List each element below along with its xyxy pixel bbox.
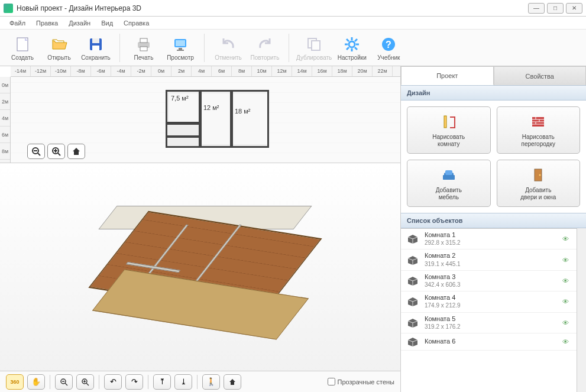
list-item-text: Комната 1292.8 x 315.2: [425, 231, 558, 247]
open-button[interactable]: Открыть: [43, 32, 76, 64]
duplicate-label: Дублировать: [296, 54, 332, 61]
home-2d-button[interactable]: [67, 144, 85, 159]
visibility-icon[interactable]: 👁: [562, 235, 572, 242]
list-item[interactable]: Комната 4174.9 x 212.9 👁: [401, 291, 577, 312]
help-icon: ?: [379, 35, 398, 54]
title-bar: Новый проект - Дизайн Интерьера 3D — □ ✕: [0, 0, 586, 17]
window-title: Новый проект - Дизайн Интерьера 3D: [17, 4, 528, 12]
plan-2d-view[interactable]: -14м-12м-10м-8м-6м-4м-2м0м2м4м6м8м10м12м…: [0, 66, 400, 163]
svg-rect-10: [177, 50, 184, 51]
plan-3d-view[interactable]: 360 ✋ ↶ ↷ ⤒ ⤓ 🚶 Прозрачные стены: [0, 163, 400, 392]
visibility-icon[interactable]: 👁: [562, 277, 572, 284]
svg-point-51: [539, 174, 541, 176]
ruler-horizontal: -14м-12м-10м-8м-6м-4м-2м0м2м4м6м8м10м12м…: [11, 66, 400, 77]
add-furniture-button[interactable]: Добавить мебель: [407, 160, 491, 207]
folder-open-icon: [50, 35, 69, 54]
svg-rect-9: [179, 48, 182, 50]
view-360-button[interactable]: 360: [6, 374, 24, 390]
svg-rect-5: [140, 38, 147, 43]
minimize-button[interactable]: —: [528, 3, 545, 14]
zoom-in-2d-button[interactable]: [47, 144, 65, 159]
svg-rect-38: [444, 116, 446, 128]
add-doors-label: Добавить двери и окна: [520, 187, 556, 201]
room-cube-icon: [406, 233, 420, 245]
visibility-icon[interactable]: 👁: [562, 319, 572, 326]
list-item[interactable]: Комната 3342.4 x 606.3 👁: [401, 271, 577, 291]
room-2d-1[interactable]: 7,5 м²: [169, 93, 199, 122]
svg-rect-12: [312, 41, 320, 50]
preview-label: Просмотр: [167, 54, 194, 61]
svg-line-32: [65, 383, 67, 385]
print-label: Печать: [134, 54, 154, 61]
view-3d-toolbar: 360 ✋ ↶ ↷ ⤒ ⤓ 🚶 Прозрачные стены: [0, 371, 400, 392]
settings-button[interactable]: Настройки: [335, 32, 368, 64]
section-design-header: Дизайн: [401, 85, 586, 101]
list-item-text: Комната 2319.1 x 445.1: [425, 252, 558, 267]
visibility-icon[interactable]: 👁: [562, 338, 572, 345]
tab-properties[interactable]: Свойства: [494, 66, 587, 85]
svg-line-18: [347, 39, 349, 41]
tutorial-button[interactable]: ? Учебник: [372, 32, 405, 64]
rotate-right-button[interactable]: ↷: [125, 374, 143, 390]
room-3d-model[interactable]: [91, 207, 310, 331]
walk-button[interactable]: 🚶: [202, 374, 220, 390]
menu-bar: Файл Правка Дизайн Вид Справка: [0, 17, 586, 30]
list-item[interactable]: Комната 5319.2 x 176.2 👁: [401, 313, 577, 333]
list-item-text: Комната 6: [425, 338, 558, 345]
svg-rect-48: [443, 175, 445, 180]
main-toolbar: Создать Открыть Сохранить Печать Просмот…: [0, 30, 586, 66]
draw-room-button[interactable]: Нарисовать комнату: [407, 106, 491, 154]
menu-file[interactable]: Файл: [5, 18, 30, 28]
undo-button[interactable]: Отменить: [212, 32, 245, 64]
zoom-out-2d-button[interactable]: [27, 144, 45, 159]
tilt-up-button[interactable]: ⤒: [153, 374, 171, 390]
room-2d-2[interactable]: 12 м²: [202, 93, 230, 144]
visibility-icon[interactable]: 👁: [562, 257, 572, 264]
svg-rect-47: [445, 170, 452, 175]
close-button[interactable]: ✕: [566, 3, 582, 14]
duplicate-button[interactable]: Дублировать: [296, 32, 332, 64]
transparent-walls-checkbox[interactable]: Прозрачные стены: [328, 378, 394, 385]
menu-view[interactable]: Вид: [96, 18, 118, 28]
draw-partition-label: Нарисовать перегородку: [522, 134, 555, 148]
preview-button[interactable]: Просмотр: [164, 32, 197, 64]
tab-project[interactable]: Проект: [401, 66, 494, 85]
list-item-text: Комната 5319.2 x 176.2: [425, 315, 558, 331]
draw-partition-button[interactable]: Нарисовать перегородку: [497, 106, 581, 154]
menu-design[interactable]: Дизайн: [64, 18, 95, 28]
save-button[interactable]: Сохранить: [79, 32, 112, 64]
visibility-icon[interactable]: 👁: [562, 298, 572, 305]
side-panel: Проект Свойства Дизайн Нарисовать комнат…: [401, 66, 586, 392]
create-button[interactable]: Создать: [6, 32, 39, 64]
menu-edit[interactable]: Правка: [31, 18, 63, 28]
list-item[interactable]: Комната 2319.1 x 445.1 👁: [401, 250, 577, 270]
redo-button[interactable]: Повторить: [248, 32, 281, 64]
list-item[interactable]: Комната 1292.8 x 315.2 👁: [401, 229, 577, 250]
svg-line-35: [86, 383, 89, 385]
pencil-ruler-icon: [439, 112, 458, 131]
pan-button[interactable]: ✋: [27, 374, 45, 390]
print-button[interactable]: Печать: [127, 32, 160, 64]
transparent-walls-input[interactable]: [328, 378, 335, 385]
open-label: Открыть: [47, 54, 70, 61]
scrollbar[interactable]: [577, 228, 586, 392]
maximize-button[interactable]: □: [547, 3, 564, 14]
add-doors-button[interactable]: Добавить двери и окна: [497, 160, 581, 207]
zoom-in-3d-button[interactable]: [76, 374, 94, 390]
svg-point-13: [349, 41, 355, 47]
new-file-icon: [13, 35, 32, 54]
svg-text:?: ?: [386, 40, 391, 50]
menu-help[interactable]: Справка: [119, 18, 154, 28]
app-icon: [4, 4, 13, 13]
svg-line-28: [58, 153, 60, 155]
home-3d-button[interactable]: [224, 374, 241, 390]
create-label: Создать: [11, 54, 34, 61]
svg-line-20: [347, 47, 349, 50]
rotate-left-button[interactable]: ↶: [104, 374, 122, 390]
list-item[interactable]: Комната 6 👁: [401, 333, 577, 351]
room-2d-3[interactable]: 18 м²: [233, 93, 267, 144]
tilt-down-button[interactable]: ⤓: [174, 374, 192, 390]
object-list[interactable]: Комната 1292.8 x 315.2 👁 Комната 2319.1 …: [401, 228, 577, 392]
floorplan-2d[interactable]: 7,5 м² 12 м² 18 м²: [166, 90, 269, 148]
zoom-out-3d-button[interactable]: [55, 374, 73, 390]
